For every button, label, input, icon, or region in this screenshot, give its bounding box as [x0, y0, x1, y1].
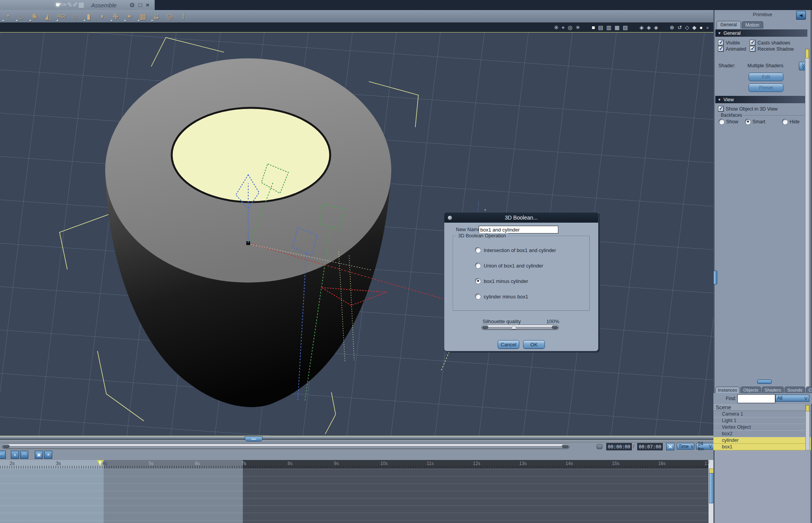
list-scrollbar[interactable] — [805, 405, 810, 450]
scrollbar-thumb[interactable] — [806, 405, 809, 411]
boolean-option-3[interactable]: box1 minus cylinder — [476, 278, 528, 284]
list-item-cylinder[interactable]: cylinder — [713, 437, 811, 444]
splitter-handle[interactable] — [245, 436, 263, 441]
scene-list-header[interactable]: Scene — [713, 404, 811, 411]
drop-arrows-tool-icon[interactable]: ⇊▸ — [151, 11, 161, 21]
radio-icon[interactable] — [719, 119, 724, 124]
boolean-option-2[interactable]: Union of box1 and cylinder — [476, 262, 543, 269]
time-mode-dropdown[interactable]: Time ⋁ — [677, 443, 694, 450]
timeline-range-slider[interactable] — [2, 444, 569, 448]
maximize-icon[interactable]: □ — [138, 2, 142, 8]
terrain-tool-icon[interactable]: ❋▸ — [29, 11, 39, 21]
ease-b-button[interactable]: ∧ — [11, 451, 19, 459]
layout-split-icon[interactable]: ▥ — [606, 25, 611, 30]
dialog-titlebar[interactable]: 3D Boolean... — [444, 213, 598, 223]
layout-quad-icon[interactable]: ▦ — [614, 25, 619, 30]
cage-sphere-icon[interactable]: ✳ — [576, 25, 580, 30]
flame-tool-icon[interactable]: ♨▸ — [16, 11, 26, 21]
ease-c-button[interactable]: ◠ — [20, 451, 28, 459]
radio-icon[interactable] — [476, 294, 481, 299]
up-arrow-circle-icon[interactable]: ⊕ — [670, 25, 674, 30]
panel-splitter-grip[interactable] — [757, 380, 772, 384]
tab-sounds[interactable]: Sounds — [785, 387, 805, 393]
scrollbar-thumb[interactable] — [805, 49, 809, 58]
eye-icon[interactable]: ⊙ — [130, 2, 135, 8]
rotate-sphere-icon[interactable]: ↺ — [677, 25, 682, 30]
radio-selected-icon[interactable] — [745, 119, 751, 124]
bone-tool-icon[interactable]: ⌇ — [178, 11, 188, 21]
layout-two-icon[interactable]: ▤ — [598, 25, 603, 30]
list-item-vertex-object[interactable]: Vertex Object — [713, 424, 811, 431]
rock-tool-icon[interactable]: ❉▸ — [111, 11, 121, 21]
layout-mixed-icon[interactable]: ▧ — [623, 25, 628, 30]
checkbox-checked-icon[interactable] — [718, 106, 723, 111]
globe-wire-1-icon[interactable]: ◈ — [640, 25, 644, 30]
tab-objects[interactable]: Objects — [740, 387, 761, 393]
new-name-input[interactable] — [479, 226, 558, 233]
find-input[interactable] — [737, 394, 775, 403]
fps-dropdown[interactable]: 24 fps ⋁ — [696, 443, 714, 450]
checkbox-checked-icon[interactable] — [718, 40, 723, 45]
globe-wire-2-icon[interactable]: ◈ — [647, 25, 651, 30]
checkbox-row-visible[interactable]: Visible — [718, 40, 740, 46]
globe-wire-3-icon[interactable]: ◈ — [654, 25, 658, 30]
hand-tool-icon[interactable]: ☛ — [56, 1, 61, 9]
checkbox-checked-icon[interactable] — [750, 40, 755, 45]
backfaces-show[interactable]: Show — [719, 119, 738, 124]
checkbox-row-animated[interactable]: Animated — [718, 46, 746, 52]
dialog-close-button[interactable] — [447, 215, 452, 220]
tab-general[interactable]: General — [716, 21, 741, 29]
view-section-header[interactable]: ▼ View — [715, 96, 807, 103]
checkbox-row-receive-shadow[interactable]: Receive Shadow — [750, 46, 794, 52]
preset-shader-button[interactable]: Preset — [749, 83, 783, 92]
sun-tool-icon[interactable]: ☀▸ — [124, 11, 134, 21]
checkbox-checked-icon[interactable] — [718, 46, 723, 51]
cancel-button[interactable]: Cancel — [498, 340, 519, 349]
loop-toggle-button[interactable]: ✕ — [666, 443, 674, 450]
panel-collapse-button[interactable]: ◄ — [796, 11, 806, 20]
checkbox-checked-icon[interactable] — [750, 46, 755, 51]
close-icon[interactable]: × — [146, 2, 149, 8]
general-section-header[interactable]: ▼ General — [715, 29, 807, 37]
tab-clips[interactable]: Clips — [806, 387, 812, 393]
pencil-tool-icon[interactable]: ✎ — [67, 1, 72, 9]
panel-edge-scroll-thumb[interactable] — [713, 271, 717, 284]
tab-motion[interactable]: Motion — [742, 21, 763, 29]
boolean-option-1[interactable]: Intersection of box1 and cylinder — [476, 247, 556, 253]
walk-camera-icon[interactable]: ※ — [554, 25, 559, 30]
list-item-camera-1[interactable]: Camera 1 — [713, 411, 811, 417]
layout-single-icon[interactable]: ■ — [592, 25, 595, 30]
camera-tool-icon[interactable]: ▦▸ — [138, 11, 148, 21]
shaded-cube-icon[interactable]: ◆ — [692, 25, 696, 30]
list-item-box1[interactable]: box1 — [713, 444, 811, 450]
key-star-button[interactable]: ✳ — [44, 451, 52, 459]
viewport-timeline-splitter[interactable] — [0, 436, 713, 443]
radio-icon[interactable] — [476, 263, 481, 268]
lit-sphere-icon[interactable]: ● — [699, 25, 703, 30]
wrench-tool-icon[interactable]: ✑ — [61, 1, 67, 9]
bread-tool-icon[interactable]: ◗ — [97, 11, 107, 21]
backfaces-hide[interactable]: Hide — [783, 119, 800, 124]
ok-button[interactable]: OK — [523, 340, 545, 349]
list-item-box2[interactable]: box2 — [713, 431, 811, 437]
panel-scrollbar[interactable] — [805, 49, 809, 390]
radio-icon[interactable] — [783, 119, 788, 124]
show-object-checkbox-row[interactable]: Show Object in 3D View — [718, 106, 778, 112]
ease-a-button[interactable]: ◠ — [0, 451, 6, 459]
ground-tool-icon[interactable]: ◔▸ — [2, 11, 12, 21]
slider-thumb[interactable] — [511, 325, 517, 329]
camera-viewport[interactable] — [0, 32, 713, 436]
backfaces-smart[interactable]: Smart — [745, 119, 765, 124]
target-tool-icon[interactable]: ◎ — [165, 11, 175, 21]
timeline-ruler[interactable]: 2s3s4s5s6s7s8s9s10s11s12s13s14s15s16s17 — [0, 460, 713, 468]
house-tool-icon[interactable]: ⌂ — [70, 11, 80, 21]
filter-dropdown[interactable]: All ⋁ — [775, 395, 809, 402]
capsule-tool-icon[interactable]: ▮▸ — [84, 11, 94, 21]
tab-instances[interactable]: Instances — [715, 387, 740, 393]
timeline-vertical-scrollbar[interactable] — [708, 468, 714, 523]
end-time-field[interactable]: 00:07:00 — [637, 443, 663, 450]
pen-tool-icon[interactable]: ✐ — [72, 1, 78, 9]
tab-shaders[interactable]: Shaders — [762, 387, 784, 393]
current-time-field[interactable]: 00:00:00 — [606, 443, 632, 450]
timeline-tracks[interactable] — [0, 468, 713, 523]
